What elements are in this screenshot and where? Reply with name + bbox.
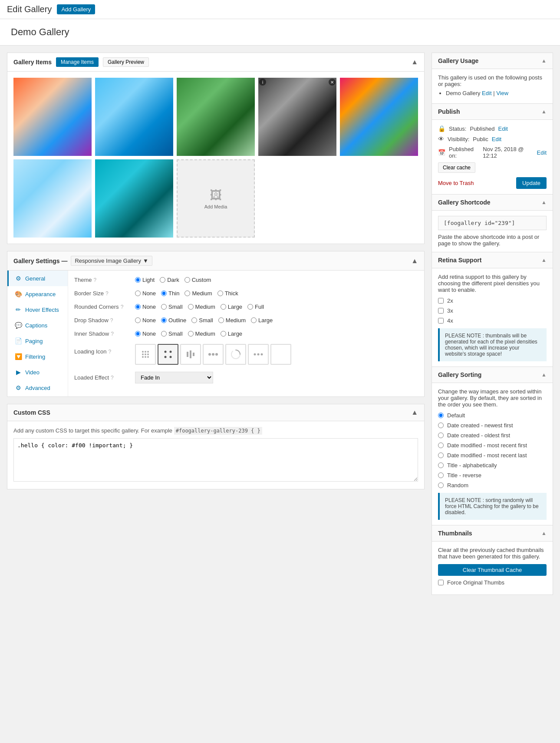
shadow-outline-radio[interactable] [161, 317, 167, 323]
settings-collapse[interactable]: ▲ [411, 257, 418, 265]
border-thin-option[interactable]: Thin [161, 290, 179, 297]
shadow-large-option[interactable]: Large [251, 317, 273, 324]
border-medium-radio[interactable] [184, 291, 190, 296]
rounded-full-option[interactable]: Full [247, 304, 264, 310]
nav-item-filtering[interactable]: 🔽 Filtering [7, 349, 68, 364]
inner-none-radio[interactable] [135, 331, 141, 337]
border-thin-radio[interactable] [161, 291, 167, 296]
force-original-checkbox[interactable] [438, 580, 444, 585]
theme-custom-radio[interactable] [184, 277, 190, 283]
manage-items-tab[interactable]: Manage Items [56, 57, 99, 67]
gallery-thumb-2[interactable] [95, 78, 173, 156]
rounded-small-option[interactable]: Small [161, 304, 183, 310]
nav-item-video[interactable]: ▶ Video [7, 364, 68, 380]
inner-medium-radio[interactable] [188, 331, 194, 337]
shadow-outline-option[interactable]: Outline [161, 317, 186, 324]
gallery-thumb-5[interactable] [340, 78, 418, 156]
theme-light-option[interactable]: Light [135, 277, 155, 283]
loading-icon-spinner[interactable] [225, 344, 246, 365]
clear-cache-button[interactable]: Clear cache [438, 162, 475, 173]
update-button[interactable]: Update [516, 177, 547, 189]
gallery-usage-collapse[interactable]: ▲ [541, 58, 547, 64]
rounded-medium-radio[interactable] [188, 304, 194, 310]
sorting-collapse[interactable]: ▲ [541, 372, 547, 378]
sort-modified-last-radio[interactable] [438, 452, 444, 458]
loading-icon-dots-line[interactable] [203, 344, 224, 365]
shadow-medium-option[interactable]: Medium [218, 317, 246, 324]
loading-icon-blank[interactable] [270, 344, 291, 365]
sort-title-alpha-radio[interactable] [438, 462, 444, 468]
loading-icon-dots-3[interactable] [248, 344, 269, 365]
loading-icon-dots-box[interactable] [158, 344, 178, 365]
nav-item-appearance[interactable]: 🎨 Appearance [7, 286, 68, 302]
retina-2x-checkbox[interactable] [438, 298, 444, 304]
usage-edit-link[interactable]: Edit [482, 90, 491, 96]
sort-default-radio[interactable] [438, 413, 444, 418]
sort-random-radio[interactable] [438, 482, 444, 488]
loaded-effect-select[interactable]: Fade In Slide In None [135, 372, 213, 383]
rounded-none-radio[interactable] [135, 304, 141, 310]
rounded-large-radio[interactable] [221, 304, 226, 310]
rounded-help-icon[interactable]: ? [121, 304, 124, 310]
inner-small-radio[interactable] [161, 331, 167, 337]
add-media-button[interactable]: 🖼 Add Media [177, 159, 255, 238]
visibility-edit-link[interactable]: Edit [492, 136, 501, 142]
gallery-items-collapse[interactable]: ▲ [411, 58, 418, 66]
loaded-effect-help[interactable]: ? [111, 375, 114, 381]
move-to-trash-link[interactable]: Move to Trash [438, 180, 474, 186]
thumb-remove-icon[interactable]: ✕ [329, 79, 336, 86]
rounded-medium-option[interactable]: Medium [188, 304, 215, 310]
theme-custom-option[interactable]: Custom [184, 277, 211, 283]
published-edit-link[interactable]: Edit [537, 149, 547, 156]
shortcode-collapse[interactable]: ▲ [541, 199, 547, 205]
shortcode-box[interactable]: [foogallery id="239"] [438, 216, 547, 230]
sort-title-reverse-radio[interactable] [438, 472, 444, 478]
gallery-title-input[interactable] [7, 24, 553, 40]
shadow-small-radio[interactable] [191, 317, 197, 323]
inner-large-radio[interactable] [221, 331, 226, 337]
border-help-icon[interactable]: ? [105, 291, 109, 297]
clear-thumbnails-button[interactable]: Clear Thumbnail Cache [438, 564, 547, 576]
shadow-medium-radio[interactable] [218, 317, 224, 323]
status-edit-link[interactable]: Edit [498, 125, 508, 132]
shadow-small-option[interactable]: Small [191, 317, 213, 324]
thumbnails-collapse[interactable]: ▲ [541, 530, 547, 536]
inner-none-option[interactable]: None [135, 330, 156, 337]
loading-icon-dots-grid[interactable] [135, 344, 156, 365]
add-gallery-button[interactable]: Add Gallery [57, 4, 95, 14]
retina-collapse[interactable]: ▲ [541, 257, 547, 263]
gallery-thumb-6[interactable] [13, 159, 92, 238]
inner-shadow-help-icon[interactable]: ? [111, 331, 114, 337]
publish-collapse[interactable]: ▲ [541, 109, 547, 115]
nav-item-paging[interactable]: 📄 Paging [7, 333, 68, 349]
inner-medium-option[interactable]: Medium [188, 330, 215, 337]
retina-3x-checkbox[interactable] [438, 308, 444, 314]
inner-large-option[interactable]: Large [221, 330, 242, 337]
sort-date-oldest-radio[interactable] [438, 433, 444, 438]
drop-shadow-help-icon[interactable]: ? [110, 317, 113, 324]
plugin-selector[interactable]: Responsive Image Gallery ▼ [71, 256, 152, 266]
loading-icon-help[interactable]: ? [108, 349, 111, 355]
nav-item-captions[interactable]: 💬 Captions [7, 317, 68, 333]
inner-small-option[interactable]: Small [161, 330, 183, 337]
nav-item-hover-effects[interactable]: ✏ Hover Effects [7, 302, 68, 317]
rounded-full-radio[interactable] [247, 304, 253, 310]
gallery-thumb-4[interactable]: i ✕ [258, 78, 336, 156]
shadow-large-radio[interactable] [251, 317, 257, 323]
sort-modified-recent-radio[interactable] [438, 442, 444, 448]
rounded-small-radio[interactable] [161, 304, 167, 310]
shadow-none-radio[interactable] [135, 317, 141, 323]
gallery-thumb-1[interactable] [13, 78, 92, 156]
custom-css-textarea[interactable] [13, 438, 418, 482]
thumb-info-icon[interactable]: i [259, 79, 266, 86]
theme-dark-option[interactable]: Dark [160, 277, 179, 283]
theme-light-radio[interactable] [135, 277, 141, 283]
theme-help-icon[interactable]: ? [93, 277, 96, 283]
border-thick-radio[interactable] [217, 291, 223, 296]
usage-view-link[interactable]: View [496, 90, 508, 96]
rounded-none-option[interactable]: None [135, 304, 156, 310]
border-none-option[interactable]: None [135, 290, 156, 297]
nav-item-general[interactable]: ⚙ General [7, 271, 68, 286]
custom-css-collapse[interactable]: ▲ [411, 409, 418, 416]
loading-icon-bars[interactable] [180, 344, 201, 365]
